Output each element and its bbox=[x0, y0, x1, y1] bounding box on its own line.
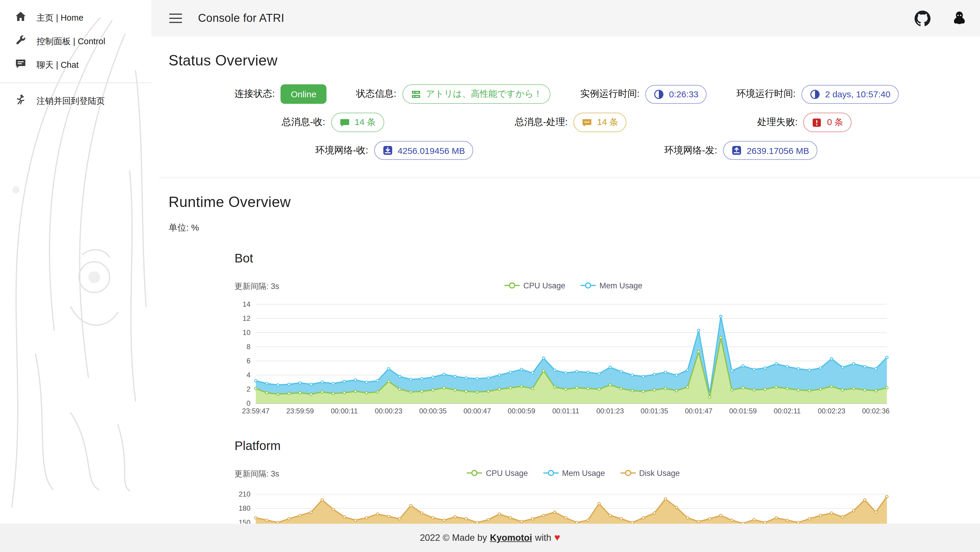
status-row-0: 连接状态: Online状态信息: アトリは、高性能ですから！实例运行时间: 0… bbox=[151, 85, 980, 104]
bot-chart-title: Bot bbox=[235, 251, 912, 265]
svg-text:8: 8 bbox=[247, 343, 250, 351]
topbar-actions bbox=[915, 10, 967, 26]
legend-item-mem-usage[interactable]: Mem Usage bbox=[543, 469, 605, 477]
menu-toggle-icon[interactable] bbox=[169, 14, 182, 23]
legend-item-cpu-usage[interactable]: CPU Usage bbox=[504, 281, 565, 290]
message-yellow-icon bbox=[582, 117, 593, 128]
status-value: アトリは、高性能ですから！ bbox=[426, 88, 542, 100]
svg-text:00:00:59: 00:00:59 bbox=[508, 407, 535, 415]
legend-marker-icon bbox=[504, 282, 520, 289]
status-label: 环境网络-发: bbox=[665, 144, 718, 156]
svg-text:0: 0 bbox=[247, 399, 250, 407]
home-icon bbox=[15, 11, 27, 25]
svg-text:00:01:59: 00:01:59 bbox=[729, 407, 757, 415]
svg-text:2: 2 bbox=[247, 385, 250, 393]
sidebar-item-label: 主页 | Home bbox=[37, 12, 83, 23]
upload-icon bbox=[731, 145, 742, 156]
status-value: 14 条 bbox=[355, 117, 376, 128]
bot-chart-meta: 更新间隔: 3s CPU Usage Mem Usage bbox=[235, 279, 912, 291]
sidebar-item-2[interactable]: 聊天 | Chat bbox=[0, 53, 151, 77]
legend-item-mem-usage[interactable]: Mem Usage bbox=[581, 281, 643, 290]
platform-refresh-interval: 更新间隔: 3s bbox=[235, 469, 279, 479]
legend-marker-icon bbox=[543, 469, 558, 477]
status-row-2: 环境网络-收: 4256.019456 MB环境网络-发: 2639.17056… bbox=[151, 141, 980, 160]
download-icon bbox=[382, 145, 393, 156]
app-title: Console for ATRI bbox=[198, 12, 284, 25]
sidebar-item-1[interactable]: 控制面板 | Control bbox=[0, 29, 151, 53]
svg-text:00:01:47: 00:01:47 bbox=[685, 407, 712, 415]
status-value: 2639.17056 MB bbox=[747, 145, 809, 155]
status-label: 环境网络-收: bbox=[315, 144, 368, 156]
svg-text:00:00:11: 00:00:11 bbox=[331, 407, 358, 415]
legend-label: Disk Usage bbox=[639, 469, 680, 477]
platform-chart-title: Platform bbox=[235, 439, 912, 453]
sidebar-nav: 主页 | Home 控制面板 | Control 聊天 | Chat 注销并回到… bbox=[0, 0, 151, 113]
github-icon[interactable] bbox=[915, 10, 931, 26]
content: Status Overview 连接状态: Online状态信息: アトリは、高… bbox=[151, 37, 980, 552]
status-value: 0 条 bbox=[827, 117, 843, 128]
legend-marker-icon bbox=[467, 469, 482, 477]
svg-text:00:00:47: 00:00:47 bbox=[463, 407, 491, 415]
status-item: 实例运行时间: 0:26:33 bbox=[581, 85, 707, 104]
footer: 2022 © Made by Kyomotoi with ♥ bbox=[0, 524, 980, 552]
status-pill[interactable]: 14 条 bbox=[331, 113, 384, 132]
status-item: 处理失败: 0 条 bbox=[757, 113, 851, 132]
sidebar-item-label: 控制面板 | Control bbox=[37, 36, 105, 47]
legend-label: CPU Usage bbox=[523, 281, 565, 290]
status-overview-heading: Status Overview bbox=[169, 52, 980, 69]
svg-text:23:59:47: 23:59:47 bbox=[242, 407, 269, 415]
qq-penguin-icon[interactable] bbox=[952, 11, 967, 26]
footer-author-link[interactable]: Kyomotoi bbox=[490, 533, 532, 543]
sidebar-divider bbox=[0, 83, 151, 83]
status-item: 环境网络-收: 4256.019456 MB bbox=[315, 141, 473, 160]
status-pill[interactable]: 4256.019456 MB bbox=[374, 141, 474, 160]
clock-icon bbox=[654, 89, 664, 99]
status-pill[interactable]: 14 条 bbox=[574, 113, 627, 132]
svg-text:00:01:11: 00:01:11 bbox=[552, 407, 579, 415]
legend-marker-icon bbox=[581, 282, 596, 289]
section-divider bbox=[159, 177, 980, 178]
status-pill[interactable]: アトリは、高性能ですから！ bbox=[402, 85, 551, 104]
status-item: 环境运行时间: 2 days, 10:57:40 bbox=[736, 85, 899, 104]
sidebar-logout[interactable]: 注销并回到登陆页 bbox=[0, 89, 151, 113]
bot-chart-legend: CPU Usage Mem Usage bbox=[235, 279, 912, 291]
unit-label: 单位: % bbox=[169, 222, 980, 233]
status-item: 总消息-收: 14 条 bbox=[282, 113, 384, 132]
svg-text:00:01:35: 00:01:35 bbox=[641, 407, 668, 415]
status-pill[interactable]: 0:26:33 bbox=[645, 85, 706, 104]
status-value: 0:26:33 bbox=[669, 89, 698, 99]
svg-text:00:02:23: 00:02:23 bbox=[818, 407, 845, 415]
status-pill[interactable]: 2 days, 10:57:40 bbox=[802, 85, 899, 104]
server-icon bbox=[410, 89, 421, 99]
bot-usage-chart: 0246810121423:59:4723:59:5900:00:1100:00… bbox=[235, 296, 912, 421]
console-app: 主页 | Home 控制面板 | Control 聊天 | Chat 注销并回到… bbox=[0, 0, 980, 552]
legend-item-disk-usage[interactable]: Disk Usage bbox=[620, 469, 680, 477]
clock-icon bbox=[810, 89, 820, 99]
sidebar-item-label: 聊天 | Chat bbox=[37, 59, 79, 70]
status-value: 4256.019456 MB bbox=[398, 145, 465, 155]
platform-chart-meta: 更新间隔: 3s CPU Usage Mem Usage Disk Usage bbox=[235, 467, 912, 479]
status-pill[interactable]: 2639.17056 MB bbox=[723, 141, 817, 160]
message-green-icon bbox=[339, 117, 350, 128]
sidebar-item-0[interactable]: 主页 | Home bbox=[0, 6, 151, 29]
status-pill[interactable]: Online bbox=[281, 85, 326, 104]
legend-item-cpu-usage[interactable]: CPU Usage bbox=[467, 469, 528, 477]
status-label: 环境运行时间: bbox=[736, 88, 795, 100]
svg-text:210: 210 bbox=[239, 490, 250, 498]
status-value: Online bbox=[291, 89, 317, 99]
sidebar: 主页 | Home 控制面板 | Control 聊天 | Chat 注销并回到… bbox=[0, 0, 151, 552]
status-item: 总消息-处理: 14 条 bbox=[515, 113, 627, 132]
status-label: 处理失败: bbox=[757, 116, 798, 129]
legend-label: Mem Usage bbox=[562, 469, 605, 477]
wrench-icon bbox=[15, 34, 27, 48]
footer-text-suffix: with bbox=[535, 533, 551, 543]
status-pill[interactable]: 0 条 bbox=[803, 113, 851, 132]
bot-refresh-interval: 更新间隔: 3s bbox=[235, 281, 279, 292]
sidebar-logout-label: 注销并回到登陆页 bbox=[37, 95, 105, 107]
svg-text:00:00:35: 00:00:35 bbox=[419, 407, 446, 415]
svg-text:00:01:23: 00:01:23 bbox=[597, 407, 624, 415]
footer-text-prefix: 2022 © Made by bbox=[420, 533, 487, 543]
status-rows: 连接状态: Online状态信息: アトリは、高性能ですから！实例运行时间: 0… bbox=[151, 85, 980, 160]
svg-text:12: 12 bbox=[242, 314, 250, 322]
topbar: Console for ATRI bbox=[151, 0, 980, 37]
